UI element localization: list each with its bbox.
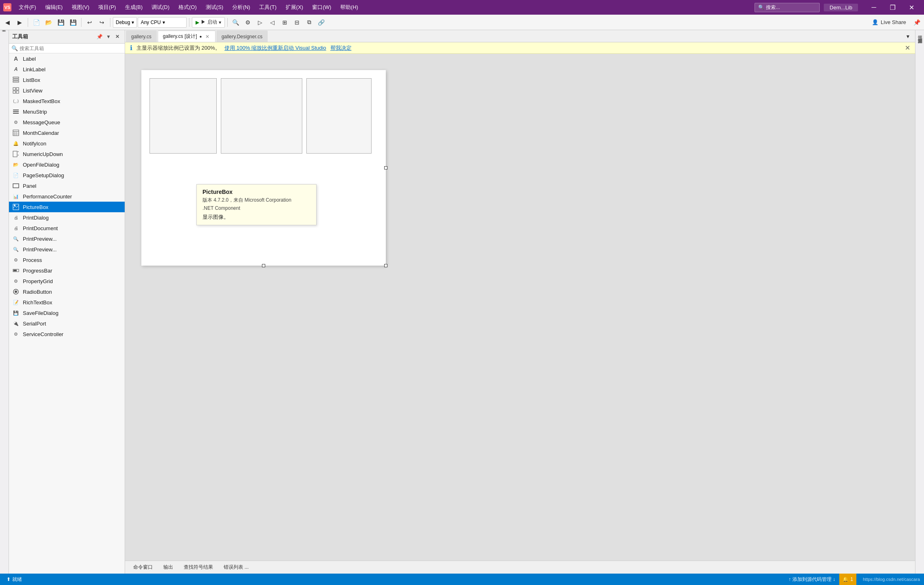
- toolbox-arrow-button[interactable]: ▾: [104, 33, 112, 41]
- open-button[interactable]: 📂: [43, 17, 54, 28]
- handle-bottom-right[interactable]: [384, 264, 387, 267]
- info-restart-link[interactable]: 使用 100% 缩放比例重新启动 Visual Studio: [224, 44, 326, 52]
- toolbox-close-button[interactable]: ✕: [113, 33, 121, 41]
- menu-build[interactable]: 生成(B): [121, 3, 147, 12]
- tab-gallery-designer[interactable]: gallery.Designer.cs: [216, 31, 268, 42]
- toolbox-item-notifyicon[interactable]: 🔔 NotifyIcon: [9, 138, 125, 149]
- toolbox-item-richtextbox[interactable]: 📝 RichTextBox: [9, 297, 125, 308]
- toolbox-item-maskedtextbox[interactable]: (_.) MaskedTextBox: [9, 96, 125, 106]
- form-panel-1[interactable]: [150, 78, 217, 154]
- form-panel-2[interactable]: [221, 78, 302, 154]
- menu-edit[interactable]: 编辑(E): [41, 3, 67, 12]
- right-strip-item-1[interactable]: 属性: [915, 30, 924, 33]
- design-surface[interactable]: PictureBox 版本 4.7.2.0，来自 Microsoft Corpo…: [125, 54, 915, 561]
- menu-tools[interactable]: 工具(T): [255, 3, 281, 12]
- menu-file[interactable]: 文件(F): [15, 3, 40, 12]
- toolbar-btn-1[interactable]: 🔍: [230, 17, 242, 28]
- toolbar-extra-btn6[interactable]: 🔗: [316, 17, 327, 28]
- save-all-button[interactable]: 💾: [67, 17, 79, 28]
- toolbox-item-monthcalendar[interactable]: MonthCalendar: [9, 128, 125, 138]
- toolbox-search-input[interactable]: [20, 46, 122, 51]
- handle-right-center[interactable]: [384, 166, 387, 169]
- toolbox-item-listview[interactable]: ListView: [9, 85, 125, 96]
- menu-window[interactable]: 窗口(W): [308, 3, 335, 12]
- save-button[interactable]: 💾: [55, 17, 66, 28]
- design-canvas[interactable]: [141, 70, 386, 266]
- menu-help[interactable]: 帮助(H): [336, 3, 362, 12]
- toolbox-item-propertygrid[interactable]: ⚙ PropertyGrid: [9, 276, 125, 286]
- close-button[interactable]: ✕: [902, 0, 921, 15]
- menu-analyze[interactable]: 分析(N): [228, 3, 254, 12]
- toolbox-item-process[interactable]: ⚙ Process: [9, 255, 125, 265]
- listview-icon: [12, 87, 20, 94]
- restore-button[interactable]: ❐: [883, 0, 902, 15]
- bottom-tab-error-list[interactable]: 错误列表 ...: [219, 562, 253, 572]
- menu-format[interactable]: 格式(O): [174, 3, 201, 12]
- live-share-button[interactable]: 👤 Live Share: [868, 18, 910, 27]
- menu-project[interactable]: 项目(P): [94, 3, 120, 12]
- status-ready-icon: ⬆: [7, 576, 11, 582]
- tab-dropdown-button[interactable]: ▾: [902, 31, 913, 42]
- status-notification[interactable]: 🔔 1: [839, 574, 856, 585]
- toolbar-sep-2: [81, 18, 81, 27]
- right-strip-item-2[interactable]: 解决方案资源管理器: [915, 33, 924, 37]
- toolbar-btn-2[interactable]: ⚙: [242, 17, 254, 28]
- back-button[interactable]: ◀: [2, 17, 13, 28]
- cpu-mode-dropdown[interactable]: Any CPU ▾: [138, 17, 187, 28]
- info-action-link[interactable]: 帮我决定: [330, 44, 352, 52]
- toolbox-item-serialport[interactable]: 🔌 SerialPort: [9, 318, 125, 329]
- tab-gallery-design[interactable]: gallery.cs [设计] ● ✕: [158, 31, 216, 42]
- toolbox-item-openfiledialog[interactable]: 📂 OpenFileDialog: [9, 159, 125, 170]
- menu-debug[interactable]: 调试(D): [147, 3, 174, 12]
- toolbox-item-printdialog[interactable]: 🖨 PrintDialog: [9, 212, 125, 223]
- toolbox-item-pagesetupdialog[interactable]: 📄 PageSetupDialog: [9, 170, 125, 180]
- menu-extensions[interactable]: 扩展(X): [282, 3, 307, 12]
- form-panel-3[interactable]: [306, 78, 372, 154]
- tab-gallery-cs[interactable]: gallery.cs: [126, 31, 157, 42]
- toolbox-item-servicecontroller[interactable]: ⚙ ServiceController: [9, 329, 125, 339]
- toolbox-item-panel[interactable]: Panel: [9, 180, 125, 191]
- window-controls: ─ ❐ ✕: [865, 0, 921, 15]
- toolbox-item-savefiledialog[interactable]: 💾 SaveFileDialog: [9, 308, 125, 318]
- info-close-button[interactable]: ✕: [905, 44, 910, 52]
- bottom-tab-output[interactable]: 输出: [158, 562, 178, 572]
- status-ready[interactable]: ⬆ 就绪: [4, 576, 24, 583]
- toolbox-item-printpreview1[interactable]: 🔍 PrintPreview...: [9, 233, 125, 244]
- title-search-box[interactable]: 🔍 搜索...: [755, 3, 820, 12]
- menu-view[interactable]: 视图(V): [68, 3, 93, 12]
- toolbar-extra-btn4[interactable]: ⊟: [291, 17, 303, 28]
- toolbox-item-menustrip[interactable]: MenuStrip: [9, 106, 125, 117]
- bottom-tab-command[interactable]: 命令窗口: [128, 562, 158, 572]
- handle-bottom-center[interactable]: [262, 264, 265, 267]
- status-git-branch[interactable]: ↑ 添加到源代码管理 ↓: [786, 576, 838, 583]
- run-button[interactable]: ▶ ▶ 启动 ▾: [192, 17, 224, 28]
- pin-window-button[interactable]: 📌: [911, 17, 922, 28]
- tab-gallery-design-close[interactable]: ✕: [205, 34, 210, 40]
- toolbox-item-linklabel[interactable]: A LinkLabel: [9, 64, 125, 75]
- new-file-button[interactable]: 📄: [31, 17, 42, 28]
- menu-test[interactable]: 测试(S): [202, 3, 227, 12]
- left-strip-item-1[interactable]: 服务器资源管理器: [0, 30, 9, 33]
- toolbox-pin-button[interactable]: 📌: [95, 33, 103, 41]
- toolbar-extra-btn[interactable]: ▷: [255, 17, 266, 28]
- toolbox-item-performancecounter[interactable]: 📊 PerformanceCounter: [9, 191, 125, 202]
- left-strip-item-2[interactable]: 工具箱: [0, 33, 9, 37]
- toolbox-item-label[interactable]: A Label: [9, 53, 125, 64]
- bottom-tab-find-symbol[interactable]: 查找符号结果: [179, 562, 218, 572]
- debug-mode-dropdown[interactable]: Debug ▾: [113, 17, 137, 28]
- toolbox-item-messagequeue[interactable]: ⚙ MessageQueue: [9, 117, 125, 128]
- toolbar-extra-btn2[interactable]: ◁: [267, 17, 278, 28]
- undo-button[interactable]: ↩: [84, 17, 95, 28]
- forward-button[interactable]: ▶: [14, 17, 25, 28]
- toolbar-extra-btn5[interactable]: ⧉: [304, 17, 315, 28]
- toolbox-item-numericupdown[interactable]: NumericUpDown: [9, 149, 125, 159]
- toolbox-item-radiobutton[interactable]: RadioButton: [9, 286, 125, 297]
- toolbox-item-progressbar[interactable]: ProgressBar: [9, 265, 125, 276]
- toolbox-item-printpreview2[interactable]: 🔍 PrintPreview...: [9, 244, 125, 255]
- toolbox-item-listbox[interactable]: ListBox: [9, 75, 125, 85]
- toolbar-extra-btn3[interactable]: ⊞: [279, 17, 290, 28]
- toolbox-item-printdocument[interactable]: 🖨 PrintDocument: [9, 223, 125, 233]
- minimize-button[interactable]: ─: [865, 0, 883, 15]
- redo-button[interactable]: ↪: [96, 17, 108, 28]
- toolbox-item-picturebox[interactable]: PictureBox: [9, 202, 125, 212]
